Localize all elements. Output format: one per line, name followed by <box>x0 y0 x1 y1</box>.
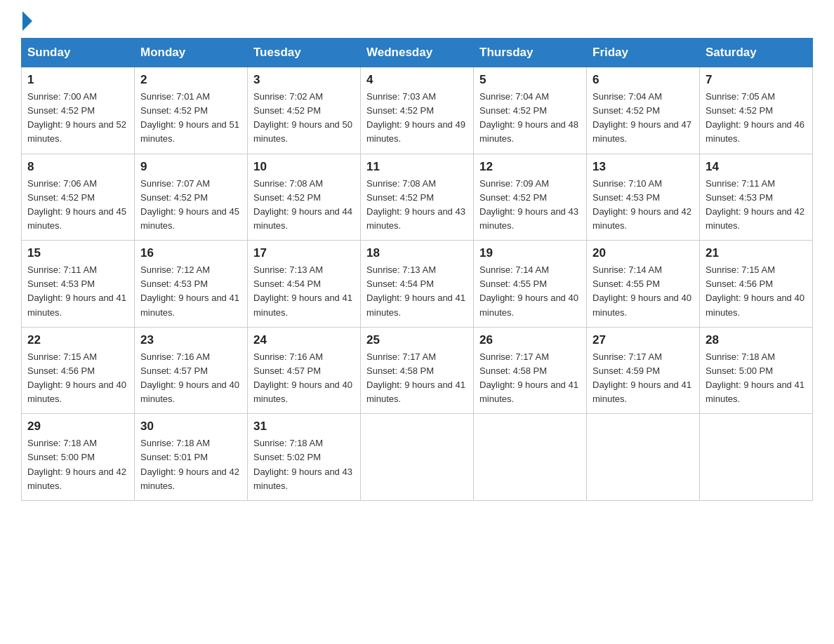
day-number: 31 <box>253 420 355 434</box>
day-info: Sunrise: 7:08 AMSunset: 4:52 PMDaylight:… <box>366 177 468 234</box>
calendar-day-cell: 16 Sunrise: 7:12 AMSunset: 4:53 PMDaylig… <box>135 241 248 328</box>
calendar-day-cell: 28 Sunrise: 7:18 AMSunset: 5:00 PMDaylig… <box>700 327 813 414</box>
day-number: 16 <box>140 246 241 260</box>
day-info: Sunrise: 7:16 AMSunset: 4:57 PMDaylight:… <box>253 350 355 407</box>
calendar-day-cell: 12 Sunrise: 7:09 AMSunset: 4:52 PMDaylig… <box>474 154 587 241</box>
day-info: Sunrise: 7:14 AMSunset: 4:55 PMDaylight:… <box>593 263 694 320</box>
calendar-empty-cell <box>587 414 700 501</box>
calendar-day-cell: 27 Sunrise: 7:17 AMSunset: 4:59 PMDaylig… <box>587 327 700 414</box>
day-number: 27 <box>593 333 694 347</box>
calendar-day-cell: 7 Sunrise: 7:05 AMSunset: 4:52 PMDayligh… <box>700 67 813 154</box>
calendar-day-cell: 6 Sunrise: 7:04 AMSunset: 4:52 PMDayligh… <box>587 67 700 154</box>
calendar-day-cell: 9 Sunrise: 7:07 AMSunset: 4:52 PMDayligh… <box>135 154 248 241</box>
calendar-day-cell: 5 Sunrise: 7:04 AMSunset: 4:52 PMDayligh… <box>474 67 587 154</box>
day-number: 20 <box>593 246 694 260</box>
calendar-day-cell: 20 Sunrise: 7:14 AMSunset: 4:55 PMDaylig… <box>587 241 700 328</box>
calendar-day-cell: 18 Sunrise: 7:13 AMSunset: 4:54 PMDaylig… <box>361 241 474 328</box>
day-info: Sunrise: 7:08 AMSunset: 4:52 PMDaylight:… <box>253 177 355 234</box>
day-number: 18 <box>366 246 468 260</box>
weekday-header-monday: Monday <box>135 39 248 67</box>
day-number: 10 <box>253 160 355 174</box>
day-number: 11 <box>366 160 468 174</box>
calendar-week-row: 8 Sunrise: 7:06 AMSunset: 4:52 PMDayligh… <box>22 154 813 241</box>
calendar-day-cell: 10 Sunrise: 7:08 AMSunset: 4:52 PMDaylig… <box>248 154 361 241</box>
calendar-week-row: 15 Sunrise: 7:11 AMSunset: 4:53 PMDaylig… <box>22 241 813 328</box>
day-number: 19 <box>479 246 581 260</box>
weekday-header-saturday: Saturday <box>700 39 813 67</box>
calendar-week-row: 22 Sunrise: 7:15 AMSunset: 4:56 PMDaylig… <box>22 327 813 414</box>
calendar-week-row: 1 Sunrise: 7:00 AMSunset: 4:52 PMDayligh… <box>22 67 813 154</box>
day-info: Sunrise: 7:04 AMSunset: 4:52 PMDaylight:… <box>479 90 581 147</box>
day-number: 25 <box>366 333 468 347</box>
day-number: 8 <box>27 160 128 174</box>
day-info: Sunrise: 7:11 AMSunset: 4:53 PMDaylight:… <box>706 177 807 234</box>
calendar-day-cell: 23 Sunrise: 7:16 AMSunset: 4:57 PMDaylig… <box>135 327 248 414</box>
day-number: 15 <box>27 246 128 260</box>
calendar-day-cell: 13 Sunrise: 7:10 AMSunset: 4:53 PMDaylig… <box>587 154 700 241</box>
day-info: Sunrise: 7:04 AMSunset: 4:52 PMDaylight:… <box>593 90 694 147</box>
calendar-day-cell: 2 Sunrise: 7:01 AMSunset: 4:52 PMDayligh… <box>135 67 248 154</box>
day-info: Sunrise: 7:17 AMSunset: 4:58 PMDaylight:… <box>479 350 581 407</box>
day-number: 14 <box>706 160 807 174</box>
day-info: Sunrise: 7:07 AMSunset: 4:52 PMDaylight:… <box>140 177 241 234</box>
calendar-day-cell: 24 Sunrise: 7:16 AMSunset: 4:57 PMDaylig… <box>248 327 361 414</box>
day-number: 7 <box>706 73 807 87</box>
calendar-day-cell: 1 Sunrise: 7:00 AMSunset: 4:52 PMDayligh… <box>22 67 135 154</box>
day-number: 23 <box>140 333 241 347</box>
day-info: Sunrise: 7:13 AMSunset: 4:54 PMDaylight:… <box>366 263 468 320</box>
day-number: 4 <box>366 73 468 87</box>
calendar-day-cell: 15 Sunrise: 7:11 AMSunset: 4:53 PMDaylig… <box>22 241 135 328</box>
day-number: 22 <box>27 333 128 347</box>
calendar-day-cell: 31 Sunrise: 7:18 AMSunset: 5:02 PMDaylig… <box>248 414 361 501</box>
day-number: 2 <box>140 73 241 87</box>
calendar-day-cell: 25 Sunrise: 7:17 AMSunset: 4:58 PMDaylig… <box>361 327 474 414</box>
day-number: 13 <box>593 160 694 174</box>
day-info: Sunrise: 7:15 AMSunset: 4:56 PMDaylight:… <box>27 350 128 407</box>
day-info: Sunrise: 7:00 AMSunset: 4:52 PMDaylight:… <box>27 90 128 147</box>
day-number: 9 <box>140 160 241 174</box>
weekday-header-thursday: Thursday <box>474 39 587 67</box>
calendar-day-cell: 17 Sunrise: 7:13 AMSunset: 4:54 PMDaylig… <box>248 241 361 328</box>
calendar-day-cell: 26 Sunrise: 7:17 AMSunset: 4:58 PMDaylig… <box>474 327 587 414</box>
calendar-week-row: 29 Sunrise: 7:18 AMSunset: 5:00 PMDaylig… <box>22 414 813 501</box>
day-number: 21 <box>706 246 807 260</box>
day-info: Sunrise: 7:13 AMSunset: 4:54 PMDaylight:… <box>253 263 355 320</box>
day-info: Sunrise: 7:12 AMSunset: 4:53 PMDaylight:… <box>140 263 241 320</box>
day-number: 3 <box>253 73 355 87</box>
weekday-header-row: SundayMondayTuesdayWednesdayThursdayFrid… <box>22 39 813 67</box>
logo-triangle-icon <box>22 11 32 31</box>
day-number: 5 <box>479 73 581 87</box>
day-info: Sunrise: 7:05 AMSunset: 4:52 PMDaylight:… <box>706 90 807 147</box>
calendar-table: SundayMondayTuesdayWednesdayThursdayFrid… <box>21 38 813 501</box>
day-info: Sunrise: 7:18 AMSunset: 5:00 PMDaylight:… <box>706 350 807 407</box>
day-info: Sunrise: 7:09 AMSunset: 4:52 PMDaylight:… <box>479 177 581 234</box>
calendar-empty-cell <box>361 414 474 501</box>
day-info: Sunrise: 7:01 AMSunset: 4:52 PMDaylight:… <box>140 90 241 147</box>
calendar-day-cell: 29 Sunrise: 7:18 AMSunset: 5:00 PMDaylig… <box>22 414 135 501</box>
weekday-header-tuesday: Tuesday <box>248 39 361 67</box>
day-number: 12 <box>479 160 581 174</box>
calendar-day-cell: 8 Sunrise: 7:06 AMSunset: 4:52 PMDayligh… <box>22 154 135 241</box>
day-number: 17 <box>253 246 355 260</box>
day-info: Sunrise: 7:16 AMSunset: 4:57 PMDaylight:… <box>140 350 241 407</box>
weekday-header-sunday: Sunday <box>22 39 135 67</box>
day-number: 26 <box>479 333 581 347</box>
day-info: Sunrise: 7:02 AMSunset: 4:52 PMDaylight:… <box>253 90 355 147</box>
calendar-day-cell: 14 Sunrise: 7:11 AMSunset: 4:53 PMDaylig… <box>700 154 813 241</box>
day-info: Sunrise: 7:17 AMSunset: 4:59 PMDaylight:… <box>593 350 694 407</box>
day-info: Sunrise: 7:14 AMSunset: 4:55 PMDaylight:… <box>479 263 581 320</box>
day-info: Sunrise: 7:18 AMSunset: 5:00 PMDaylight:… <box>27 436 128 493</box>
calendar-empty-cell <box>474 414 587 501</box>
calendar-day-cell: 22 Sunrise: 7:15 AMSunset: 4:56 PMDaylig… <box>22 327 135 414</box>
day-info: Sunrise: 7:03 AMSunset: 4:52 PMDaylight:… <box>366 90 468 147</box>
day-number: 29 <box>27 420 128 434</box>
page-header <box>21 14 813 25</box>
logo <box>21 14 32 25</box>
day-info: Sunrise: 7:17 AMSunset: 4:58 PMDaylight:… <box>366 350 468 407</box>
day-number: 28 <box>706 333 807 347</box>
day-number: 1 <box>27 73 128 87</box>
calendar-day-cell: 4 Sunrise: 7:03 AMSunset: 4:52 PMDayligh… <box>361 67 474 154</box>
calendar-empty-cell <box>700 414 813 501</box>
day-number: 30 <box>140 420 241 434</box>
calendar-day-cell: 11 Sunrise: 7:08 AMSunset: 4:52 PMDaylig… <box>361 154 474 241</box>
